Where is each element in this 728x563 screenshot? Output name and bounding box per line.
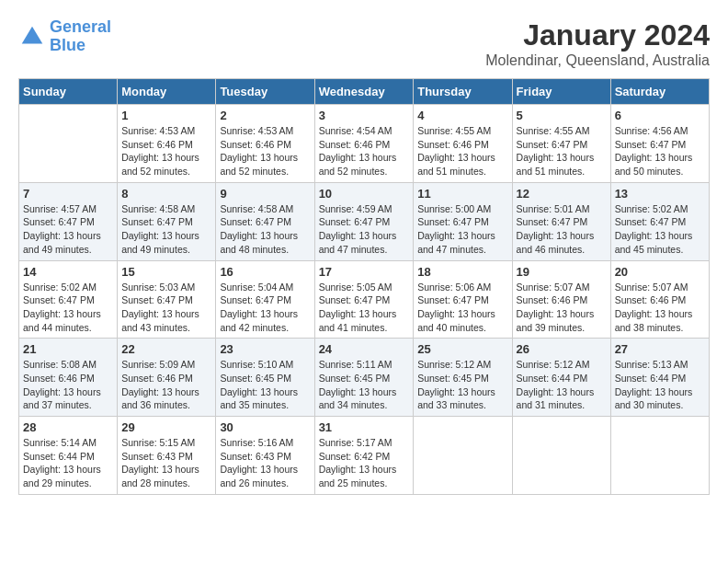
day-info: Sunrise: 4:58 AM Sunset: 6:47 PM Dayligh… bbox=[220, 202, 310, 257]
day-info: Sunrise: 5:00 AM Sunset: 6:47 PM Dayligh… bbox=[417, 202, 507, 257]
column-header-saturday: Saturday bbox=[610, 79, 709, 105]
logo-text: General Blue bbox=[50, 18, 111, 55]
calendar-cell: 6Sunrise: 4:56 AM Sunset: 6:47 PM Daylig… bbox=[610, 105, 709, 183]
day-number: 24 bbox=[319, 342, 410, 356]
day-info: Sunrise: 5:02 AM Sunset: 6:47 PM Dayligh… bbox=[615, 202, 705, 257]
calendar-week-row: 21Sunrise: 5:08 AM Sunset: 6:46 PM Dayli… bbox=[19, 339, 710, 417]
day-number: 4 bbox=[417, 109, 507, 122]
column-header-wednesday: Wednesday bbox=[314, 79, 414, 105]
calendar-cell: 27Sunrise: 5:13 AM Sunset: 6:44 PM Dayli… bbox=[610, 339, 709, 417]
column-header-tuesday: Tuesday bbox=[216, 79, 314, 105]
day-number: 22 bbox=[121, 342, 211, 356]
calendar-cell: 26Sunrise: 5:12 AM Sunset: 6:44 PM Dayli… bbox=[512, 339, 610, 417]
day-number: 31 bbox=[319, 420, 410, 434]
calendar-cell: 10Sunrise: 4:59 AM Sunset: 6:47 PM Dayli… bbox=[314, 182, 414, 260]
day-info: Sunrise: 4:55 AM Sunset: 6:46 PM Dayligh… bbox=[417, 124, 507, 178]
calendar-cell: 16Sunrise: 5:04 AM Sunset: 6:47 PM Dayli… bbox=[216, 260, 314, 339]
day-info: Sunrise: 5:12 AM Sunset: 6:45 PM Dayligh… bbox=[417, 358, 507, 412]
calendar-cell: 15Sunrise: 5:03 AM Sunset: 6:47 PM Dayli… bbox=[118, 260, 216, 339]
calendar-week-row: 28Sunrise: 5:14 AM Sunset: 6:44 PM Dayli… bbox=[19, 417, 710, 495]
column-header-thursday: Thursday bbox=[414, 79, 512, 105]
day-info: Sunrise: 5:10 AM Sunset: 6:45 PM Dayligh… bbox=[220, 358, 310, 412]
logo-line2: Blue bbox=[50, 36, 85, 54]
calendar-cell: 28Sunrise: 5:14 AM Sunset: 6:44 PM Dayli… bbox=[19, 417, 118, 495]
logo-line1: General bbox=[50, 17, 111, 36]
day-number: 2 bbox=[220, 109, 310, 122]
day-info: Sunrise: 4:56 AM Sunset: 6:47 PM Dayligh… bbox=[615, 124, 705, 178]
day-number: 3 bbox=[319, 109, 410, 122]
day-number: 29 bbox=[121, 420, 211, 434]
day-info: Sunrise: 4:53 AM Sunset: 6:46 PM Dayligh… bbox=[121, 124, 211, 178]
day-info: Sunrise: 5:09 AM Sunset: 6:46 PM Dayligh… bbox=[121, 358, 211, 412]
calendar-cell: 31Sunrise: 5:17 AM Sunset: 6:42 PM Dayli… bbox=[314, 417, 414, 495]
day-info: Sunrise: 5:15 AM Sunset: 6:43 PM Dayligh… bbox=[121, 436, 211, 490]
day-number: 21 bbox=[23, 342, 113, 356]
calendar-cell: 14Sunrise: 5:02 AM Sunset: 6:47 PM Dayli… bbox=[19, 260, 118, 339]
day-info: Sunrise: 4:54 AM Sunset: 6:46 PM Dayligh… bbox=[319, 124, 410, 178]
calendar-cell bbox=[19, 105, 118, 183]
day-number: 28 bbox=[23, 420, 113, 434]
calendar-cell: 23Sunrise: 5:10 AM Sunset: 6:45 PM Dayli… bbox=[216, 339, 314, 417]
day-number: 1 bbox=[121, 109, 211, 122]
day-info: Sunrise: 5:04 AM Sunset: 6:47 PM Dayligh… bbox=[220, 281, 310, 335]
calendar-cell: 20Sunrise: 5:07 AM Sunset: 6:46 PM Dayli… bbox=[610, 260, 709, 339]
day-info: Sunrise: 5:05 AM Sunset: 6:47 PM Dayligh… bbox=[319, 281, 410, 335]
calendar-cell: 29Sunrise: 5:15 AM Sunset: 6:43 PM Dayli… bbox=[118, 417, 216, 495]
day-number: 26 bbox=[517, 342, 607, 356]
day-info: Sunrise: 5:07 AM Sunset: 6:46 PM Dayligh… bbox=[615, 281, 705, 335]
day-number: 30 bbox=[220, 420, 310, 434]
calendar-cell: 11Sunrise: 5:00 AM Sunset: 6:47 PM Dayli… bbox=[414, 182, 512, 260]
calendar-cell: 25Sunrise: 5:12 AM Sunset: 6:45 PM Dayli… bbox=[414, 339, 512, 417]
title-area: January 2024 Molendinar, Queensland, Aus… bbox=[485, 18, 710, 69]
day-number: 13 bbox=[615, 187, 705, 201]
calendar-cell: 22Sunrise: 5:09 AM Sunset: 6:46 PM Dayli… bbox=[118, 339, 216, 417]
day-info: Sunrise: 5:14 AM Sunset: 6:44 PM Dayligh… bbox=[23, 436, 113, 490]
calendar-header-row: SundayMondayTuesdayWednesdayThursdayFrid… bbox=[19, 79, 710, 105]
calendar-cell: 7Sunrise: 4:57 AM Sunset: 6:47 PM Daylig… bbox=[19, 182, 118, 260]
day-number: 23 bbox=[220, 342, 310, 356]
day-info: Sunrise: 5:06 AM Sunset: 6:47 PM Dayligh… bbox=[417, 281, 507, 335]
calendar-cell bbox=[414, 417, 512, 495]
day-info: Sunrise: 5:17 AM Sunset: 6:42 PM Dayligh… bbox=[319, 436, 410, 490]
calendar-cell: 5Sunrise: 4:55 AM Sunset: 6:47 PM Daylig… bbox=[512, 105, 610, 183]
column-header-friday: Friday bbox=[512, 79, 610, 105]
calendar-body: 1Sunrise: 4:53 AM Sunset: 6:46 PM Daylig… bbox=[19, 105, 710, 495]
calendar-cell: 3Sunrise: 4:54 AM Sunset: 6:46 PM Daylig… bbox=[314, 105, 414, 183]
day-number: 16 bbox=[220, 265, 310, 279]
day-info: Sunrise: 5:08 AM Sunset: 6:46 PM Dayligh… bbox=[23, 358, 113, 412]
calendar-cell: 30Sunrise: 5:16 AM Sunset: 6:43 PM Dayli… bbox=[216, 417, 314, 495]
day-number: 10 bbox=[319, 187, 410, 201]
calendar-cell: 19Sunrise: 5:07 AM Sunset: 6:46 PM Dayli… bbox=[512, 260, 610, 339]
column-header-monday: Monday bbox=[118, 79, 216, 105]
calendar-cell: 1Sunrise: 4:53 AM Sunset: 6:46 PM Daylig… bbox=[118, 105, 216, 183]
calendar-cell: 13Sunrise: 5:02 AM Sunset: 6:47 PM Dayli… bbox=[610, 182, 709, 260]
day-number: 6 bbox=[615, 109, 705, 122]
calendar-week-row: 7Sunrise: 4:57 AM Sunset: 6:47 PM Daylig… bbox=[19, 182, 710, 260]
day-number: 20 bbox=[615, 265, 705, 279]
logo-icon bbox=[18, 23, 46, 51]
day-info: Sunrise: 4:58 AM Sunset: 6:47 PM Dayligh… bbox=[121, 202, 211, 257]
day-number: 14 bbox=[23, 265, 113, 279]
calendar-cell: 17Sunrise: 5:05 AM Sunset: 6:47 PM Dayli… bbox=[314, 260, 414, 339]
day-number: 18 bbox=[417, 265, 507, 279]
calendar-week-row: 14Sunrise: 5:02 AM Sunset: 6:47 PM Dayli… bbox=[19, 260, 710, 339]
day-number: 25 bbox=[417, 342, 507, 356]
svg-marker-0 bbox=[22, 27, 43, 44]
day-info: Sunrise: 5:01 AM Sunset: 6:47 PM Dayligh… bbox=[517, 202, 607, 257]
calendar-cell: 12Sunrise: 5:01 AM Sunset: 6:47 PM Dayli… bbox=[512, 182, 610, 260]
logo: General Blue bbox=[18, 18, 111, 55]
day-info: Sunrise: 5:02 AM Sunset: 6:47 PM Dayligh… bbox=[23, 281, 113, 335]
day-info: Sunrise: 5:03 AM Sunset: 6:47 PM Dayligh… bbox=[121, 281, 211, 335]
day-info: Sunrise: 4:55 AM Sunset: 6:47 PM Dayligh… bbox=[517, 124, 607, 178]
month-title: January 2024 bbox=[485, 18, 710, 52]
calendar-cell bbox=[610, 417, 709, 495]
day-info: Sunrise: 5:12 AM Sunset: 6:44 PM Dayligh… bbox=[517, 358, 607, 412]
day-info: Sunrise: 4:53 AM Sunset: 6:46 PM Dayligh… bbox=[220, 124, 310, 178]
day-number: 5 bbox=[517, 109, 607, 122]
day-info: Sunrise: 5:16 AM Sunset: 6:43 PM Dayligh… bbox=[220, 436, 310, 490]
day-number: 7 bbox=[23, 187, 113, 201]
column-header-sunday: Sunday bbox=[19, 79, 118, 105]
page-header: General Blue January 2024 Molendinar, Qu… bbox=[18, 18, 710, 69]
calendar-table: SundayMondayTuesdayWednesdayThursdayFrid… bbox=[18, 78, 710, 495]
calendar-week-row: 1Sunrise: 4:53 AM Sunset: 6:46 PM Daylig… bbox=[19, 105, 710, 183]
